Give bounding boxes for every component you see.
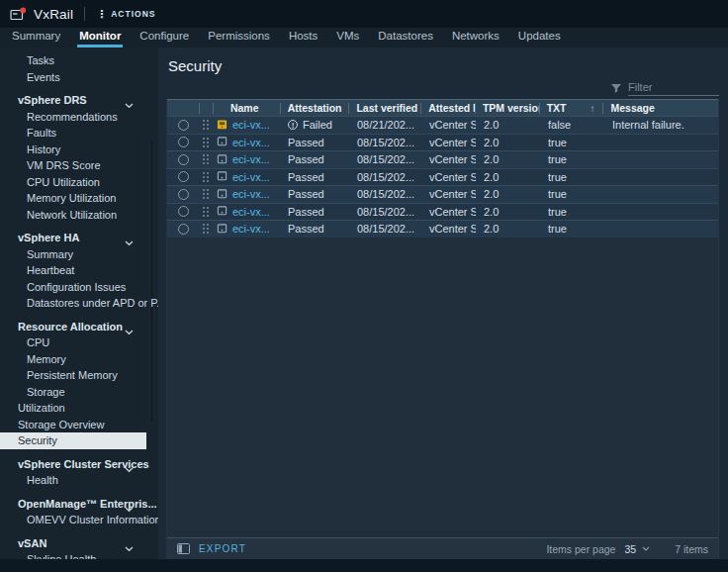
table-row[interactable]: eci-vx...Passed08/15/202...vCenter S...2… xyxy=(167,203,718,221)
table-row[interactable]: eci-vx...!Failed08/21/202...vCenter S...… xyxy=(167,116,718,134)
attested-by-cell: vCenter S... xyxy=(421,169,476,186)
host-link[interactable]: eci-vx... xyxy=(232,206,270,218)
sidebar-item-label: Configuration Issues xyxy=(27,281,126,293)
attestation-cell: Passed xyxy=(280,186,349,203)
host-link[interactable]: eci-vx... xyxy=(232,188,270,200)
tab-permissions[interactable]: Permissions xyxy=(206,30,272,48)
row-drag-handle[interactable] xyxy=(203,120,209,130)
tab-summary[interactable]: Summary xyxy=(10,30,62,48)
sidebar-item-security[interactable]: Security xyxy=(0,432,146,449)
tab-datastores[interactable]: Datastores xyxy=(376,30,435,48)
column-header-message[interactable]: Message xyxy=(602,100,718,116)
table-row[interactable]: eci-vx...Passed08/15/202...vCenter S...2… xyxy=(167,134,718,151)
host-link[interactable]: eci-vx... xyxy=(232,137,270,148)
sidebar-item-skyline-health[interactable]: Skyline Health xyxy=(0,551,146,559)
sidebar-scrollbar[interactable] xyxy=(149,139,154,424)
row-drag-handle[interactable] xyxy=(203,172,209,182)
message-cell xyxy=(604,151,720,168)
tab-vms[interactable]: VMs xyxy=(334,30,361,48)
tab-hosts[interactable]: Hosts xyxy=(287,30,319,48)
row-drag-handle[interactable] xyxy=(203,207,209,217)
column-header-txt[interactable]: TXT↑ xyxy=(539,100,603,116)
sidebar-item-label: vSphere DRS xyxy=(18,94,87,106)
sidebar-item-health[interactable]: Health xyxy=(0,472,146,489)
row-radio-button[interactable] xyxy=(178,206,189,217)
row-radio-button[interactable] xyxy=(178,137,189,147)
sidebar-item-persistent-memory[interactable]: Persistent Memory xyxy=(0,367,146,384)
export-label: EXPORT xyxy=(199,543,246,554)
column-header-attestation[interactable]: Attestation xyxy=(280,100,349,116)
tab-configure[interactable]: Configure xyxy=(137,30,191,48)
row-radio-button[interactable] xyxy=(178,189,189,200)
sidebar-item-label: OpenManage™ Enterpris... xyxy=(18,498,157,510)
sidebar-item-tasks[interactable]: Tasks xyxy=(0,52,146,69)
sidebar-item-vsphere-ha[interactable]: vSphere HA xyxy=(0,230,146,246)
sidebar-item-events[interactable]: Events xyxy=(0,69,146,86)
host-link[interactable]: eci-vx... xyxy=(232,153,270,165)
host-link[interactable]: eci-vx... xyxy=(232,171,270,183)
sidebar-item-label: Events xyxy=(27,71,60,83)
divider xyxy=(84,7,85,21)
sidebar-item-memory[interactable]: Memory xyxy=(0,351,146,368)
sidebar-item-history[interactable]: History xyxy=(0,142,146,158)
sidebar-item-omevv-cluster-information[interactable]: OMEVV Cluster Information xyxy=(0,512,146,528)
row-drag-handle[interactable] xyxy=(203,224,209,234)
column-header-tpm-version[interactable]: TPM version xyxy=(475,100,539,116)
table-header-row: NameAttestationLast verifiedAttested byT… xyxy=(167,99,718,116)
sidebar-item-resource-allocation[interactable]: Resource Allocation xyxy=(0,319,146,335)
row-radio-button[interactable] xyxy=(178,171,189,182)
sidebar-item-openmanage-enterpris[interactable]: OpenManage™ Enterpris... xyxy=(0,496,146,513)
sidebar-item-recommendations[interactable]: Recommendations xyxy=(0,109,146,126)
column-header-name[interactable]: Name xyxy=(213,100,280,116)
column-header-last-verified[interactable]: Last verified xyxy=(348,100,420,116)
sidebar-item-vsphere-drs[interactable]: vSphere DRS xyxy=(0,92,146,109)
filter-icon[interactable] xyxy=(611,84,621,93)
items-per-page-dropdown[interactable]: 35 xyxy=(624,543,650,555)
row-select-cell xyxy=(167,117,199,134)
sidebar-item-network-utilization[interactable]: Network Utilization xyxy=(0,207,146,224)
sidebar-item-faults[interactable]: Faults xyxy=(0,125,146,142)
sidebar-item-summary[interactable]: Summary xyxy=(0,246,146,263)
table-row[interactable]: eci-vx...Passed08/15/202...vCenter S...2… xyxy=(167,168,718,186)
row-drag-handle[interactable] xyxy=(203,189,209,199)
sidebar-item-configuration-issues[interactable]: Configuration Issues xyxy=(0,279,146,296)
host-icon xyxy=(217,137,228,147)
tab-networks[interactable]: Networks xyxy=(450,30,501,48)
sidebar-item-utilization[interactable]: Utilization xyxy=(0,400,146,417)
table-row[interactable]: eci-vx...Passed08/15/202...vCenter S...2… xyxy=(167,220,718,238)
actions-button[interactable]: ⋮ ACTIONS xyxy=(96,9,155,19)
txt-cell: true xyxy=(540,221,604,238)
sidebar-item-label: Recommendations xyxy=(27,111,118,123)
sidebar-item-storage-overview[interactable]: Storage Overview xyxy=(0,417,146,433)
host-link[interactable]: eci-vx... xyxy=(232,119,270,131)
sidebar-item-memory-utilization[interactable]: Memory Utilization xyxy=(0,190,146,207)
sidebar-item-vm-drs-score[interactable]: VM DRS Score xyxy=(0,157,146,174)
tab-monitor[interactable]: Monitor xyxy=(77,30,123,48)
table-row[interactable]: eci-vx...Passed08/15/202...vCenter S...2… xyxy=(167,150,718,168)
host-link[interactable]: eci-vx... xyxy=(232,223,270,235)
sidebar-item-vsphere-cluster-services[interactable]: vSphere Cluster Services xyxy=(0,456,146,473)
table-row[interactable]: eci-vx...Passed08/15/202...vCenter S...2… xyxy=(167,185,718,203)
tab-updates[interactable]: Updates xyxy=(516,30,563,48)
column-header-label: TXT xyxy=(547,102,567,114)
column-header-attested-by[interactable]: Attested by xyxy=(420,100,475,116)
row-radio-button[interactable] xyxy=(178,224,189,235)
sidebar-item-datastores-under-apd-or-p[interactable]: Datastores under APD or P... xyxy=(0,295,146,312)
sidebar-item-cpu-utilization[interactable]: CPU Utilization xyxy=(0,174,146,191)
row-drag-handle[interactable] xyxy=(203,154,209,164)
chevron-down-icon xyxy=(642,546,650,551)
sidebar-item-vsan[interactable]: vSAN xyxy=(0,535,146,552)
column-toggle-icon[interactable] xyxy=(177,543,190,554)
sidebar-item-cpu[interactable]: CPU xyxy=(0,334,146,351)
sidebar-item-label: Resource Allocation xyxy=(18,321,123,333)
sidebar-item-storage[interactable]: Storage xyxy=(0,384,146,401)
sort-ascending-icon: ↑ xyxy=(590,103,602,114)
filter-input[interactable] xyxy=(628,80,719,96)
tpm-version-cell: 2.0 xyxy=(476,221,540,238)
sidebar-item-heartbeat[interactable]: Heartbeat xyxy=(0,262,146,279)
host-name-cell: eci-vx... xyxy=(213,186,280,203)
row-radio-button[interactable] xyxy=(178,120,189,131)
export-button[interactable]: EXPORT xyxy=(177,543,246,554)
row-drag-handle[interactable] xyxy=(203,138,209,147)
row-radio-button[interactable] xyxy=(178,154,189,165)
